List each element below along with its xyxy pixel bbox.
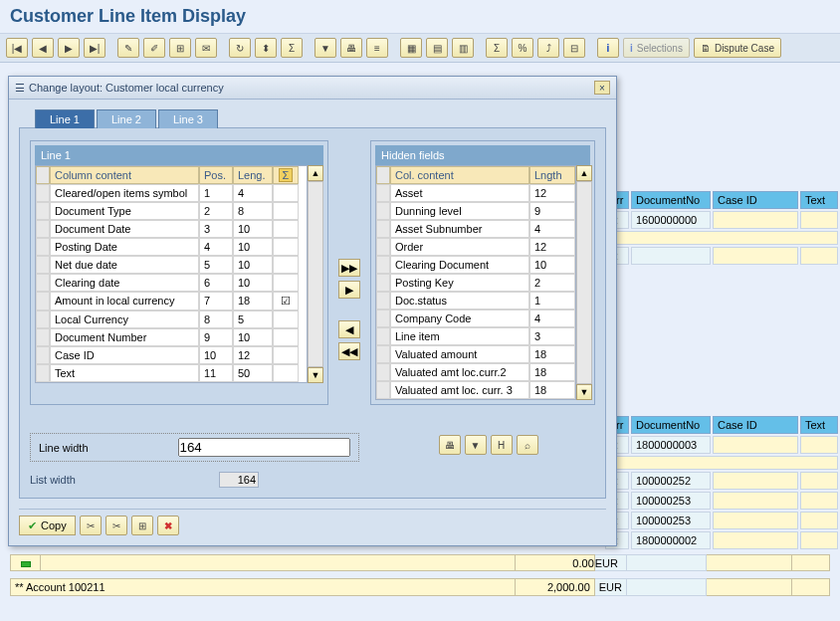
clipboard-icon[interactable]: ✂ bbox=[105, 516, 127, 535]
cut-icon[interactable]: ✂ bbox=[80, 516, 102, 535]
print-icon[interactable]: 🖶 bbox=[340, 38, 362, 58]
row-selector[interactable] bbox=[36, 238, 50, 256]
cell-sum[interactable] bbox=[273, 310, 299, 328]
cell-sum[interactable] bbox=[273, 256, 299, 274]
move-right-all-button[interactable]: ▶▶ bbox=[338, 259, 360, 277]
cell-sum[interactable] bbox=[273, 364, 299, 382]
col-content-header[interactable]: Column content bbox=[50, 166, 199, 184]
cell-sum[interactable] bbox=[273, 328, 299, 346]
row-selector[interactable] bbox=[376, 238, 390, 256]
dispute-case-button[interactable]: 🗎Dispute Case bbox=[694, 38, 781, 58]
mail-icon[interactable]: ✉ bbox=[195, 38, 217, 58]
row-selector[interactable] bbox=[376, 256, 390, 274]
layout-icon[interactable]: ≡ bbox=[366, 38, 388, 58]
line1-row[interactable]: Document Type 2 8 bbox=[36, 202, 307, 220]
hierarchy-icon[interactable]: ⊞ bbox=[131, 516, 153, 535]
row-selector[interactable] bbox=[376, 292, 390, 310]
scroll-down-icon[interactable]: ▼ bbox=[576, 384, 592, 400]
print-icon[interactable]: 🖶 bbox=[439, 435, 461, 455]
col-pos-header[interactable]: Pos. bbox=[199, 166, 233, 184]
dispute-icon[interactable]: ⊞ bbox=[169, 38, 191, 58]
prev-record-button[interactable]: ◀ bbox=[32, 38, 54, 58]
hidden-row[interactable]: Valuated amount 18 bbox=[376, 345, 575, 363]
col-docno[interactable]: DocumentNo bbox=[631, 191, 711, 209]
row-selector[interactable] bbox=[36, 328, 50, 346]
line1-row[interactable]: Document Number 9 10 bbox=[36, 328, 307, 346]
line-width-input[interactable] bbox=[178, 438, 350, 457]
dialog-close-button[interactable]: × bbox=[594, 81, 610, 95]
move-left-all-button[interactable]: ◀◀ bbox=[338, 342, 360, 360]
row-selector[interactable] bbox=[376, 274, 390, 292]
hidden-row[interactable]: Asset Subnumber 4 bbox=[376, 220, 575, 238]
row-selector[interactable] bbox=[36, 292, 50, 310]
row-selector[interactable] bbox=[376, 202, 390, 220]
move-left-button[interactable]: ◀ bbox=[338, 320, 360, 338]
col-docno[interactable]: DocumentNo bbox=[631, 416, 711, 434]
dialog-titlebar[interactable]: ☰ Change layout: Customer local currency… bbox=[9, 77, 616, 100]
col-len-header[interactable]: Leng. bbox=[233, 166, 273, 184]
sort-icon[interactable]: ⬍ bbox=[255, 38, 277, 58]
scroll-up-icon[interactable]: ▲ bbox=[576, 165, 592, 181]
hidden-row[interactable]: Posting Key 2 bbox=[376, 274, 575, 292]
grid1-icon[interactable]: ▦ bbox=[400, 38, 422, 58]
cell-sum[interactable] bbox=[273, 202, 299, 220]
hidden-row[interactable]: Valuated amt loc.curr.2 18 bbox=[376, 363, 575, 381]
line1-row[interactable]: Posting Date 4 10 bbox=[36, 238, 307, 256]
line1-row[interactable]: Case ID 10 12 bbox=[36, 346, 307, 364]
col-text[interactable]: Text bbox=[800, 416, 838, 434]
copy-button[interactable]: ✔Copy bbox=[19, 516, 76, 535]
pencil-icon[interactable]: ✐ bbox=[143, 38, 165, 58]
find-icon[interactable]: ⌕ bbox=[517, 435, 538, 455]
row-selector[interactable] bbox=[376, 363, 390, 381]
hidden-row[interactable]: Dunning level 9 bbox=[376, 202, 575, 220]
line1-row[interactable]: Cleared/open items symbol 1 4 bbox=[36, 184, 307, 202]
sum-icon[interactable]: Σ bbox=[281, 38, 303, 58]
row-selector[interactable] bbox=[36, 202, 50, 220]
row-selector[interactable] bbox=[36, 364, 50, 382]
row-selector[interactable] bbox=[36, 346, 50, 364]
col-content-header[interactable]: Col. content bbox=[390, 166, 529, 184]
row-selector[interactable] bbox=[36, 220, 50, 238]
left-scrollbar[interactable]: ▲ ▼ bbox=[308, 165, 323, 383]
row-selector[interactable] bbox=[376, 345, 390, 363]
refresh-icon[interactable]: ↻ bbox=[229, 38, 251, 58]
tab-line3[interactable]: Line 3 bbox=[158, 109, 218, 128]
tab-line2[interactable]: Line 2 bbox=[97, 109, 156, 128]
row-selector[interactable] bbox=[36, 184, 50, 202]
hidden-row[interactable]: Clearing Document 10 bbox=[376, 256, 575, 274]
filter-icon[interactable]: ▼ bbox=[465, 435, 487, 455]
tab-line1[interactable]: Line 1 bbox=[35, 109, 95, 128]
sigma2-icon[interactable]: % bbox=[512, 38, 533, 58]
row-selector[interactable] bbox=[36, 274, 50, 292]
hidden-row[interactable]: Asset 12 bbox=[376, 184, 575, 202]
next-record-button[interactable]: ▶ bbox=[58, 38, 80, 58]
col-caseid[interactable]: Case ID bbox=[713, 416, 798, 434]
hidden-row[interactable]: Order 12 bbox=[376, 238, 575, 256]
row-selector[interactable] bbox=[376, 381, 390, 399]
col-caseid[interactable]: Case ID bbox=[713, 191, 798, 209]
tree-icon[interactable]: ⊟ bbox=[563, 38, 585, 58]
line1-row[interactable]: Amount in local currency 7 18 ☑ bbox=[36, 292, 307, 310]
edit-icon[interactable]: ✎ bbox=[117, 38, 139, 58]
cancel-icon[interactable]: ✖ bbox=[157, 516, 179, 535]
line1-row[interactable]: Text 11 50 bbox=[36, 364, 307, 382]
grid3-icon[interactable]: ▥ bbox=[452, 38, 474, 58]
row-selector[interactable] bbox=[376, 220, 390, 238]
hidden-row[interactable]: Company Code 4 bbox=[376, 310, 575, 327]
line1-row[interactable]: Clearing date 6 10 bbox=[36, 274, 307, 292]
row-selector[interactable] bbox=[376, 310, 390, 327]
hidden-row[interactable]: Valuated amt loc. curr. 3 18 bbox=[376, 381, 575, 399]
scroll-up-icon[interactable]: ▲ bbox=[308, 165, 323, 181]
info-icon[interactable]: i bbox=[597, 38, 619, 58]
cell-sum[interactable] bbox=[273, 346, 299, 364]
row-selector[interactable] bbox=[376, 184, 390, 202]
first-record-button[interactable]: |◀ bbox=[6, 38, 28, 58]
selections-button[interactable]: iSelections bbox=[623, 38, 690, 58]
save-icon[interactable]: H bbox=[491, 435, 513, 455]
col-text[interactable]: Text bbox=[800, 191, 838, 209]
scroll-down-icon[interactable]: ▼ bbox=[308, 367, 323, 383]
row-selector-header[interactable] bbox=[36, 166, 50, 184]
move-right-button[interactable]: ▶ bbox=[338, 281, 360, 299]
cell-sum[interactable] bbox=[273, 220, 299, 238]
col-len-header[interactable]: Lngth bbox=[529, 166, 575, 184]
